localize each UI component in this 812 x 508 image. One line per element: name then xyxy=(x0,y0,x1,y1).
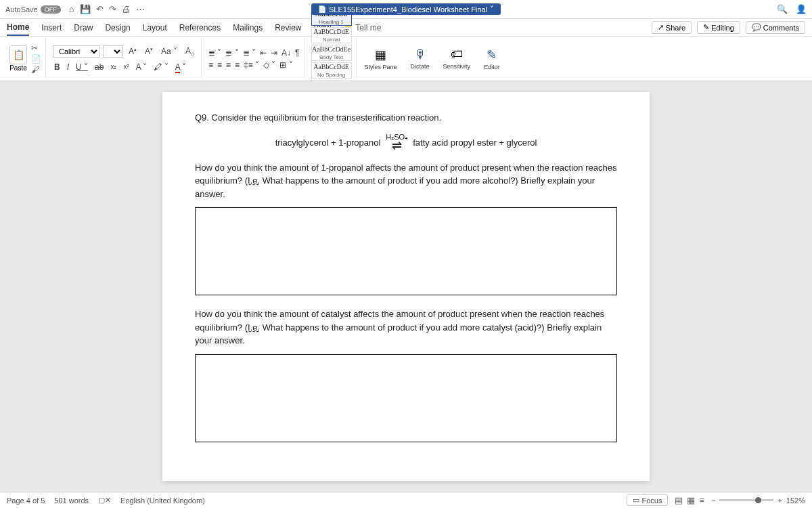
font-group: Calibri 11 A▴ A▾ Aa ˅ A◇ B I U ˅ ab x₂ x… xyxy=(49,39,202,78)
font-color-icon[interactable]: A ˅ xyxy=(174,62,188,72)
zoom-out-button[interactable]: − xyxy=(711,496,715,505)
font-size-select[interactable]: 11 xyxy=(103,45,123,58)
indent-right-icon[interactable]: ⇥ xyxy=(271,48,277,58)
dictate-button[interactable]: 🎙 Dictate xyxy=(405,39,435,78)
align-center-icon[interactable]: ≡ xyxy=(217,60,222,70)
document-title[interactable]: SLE155Experiment4_Biodiesel Worksheet Fi… xyxy=(311,3,501,15)
sort-icon[interactable]: A↓ xyxy=(281,48,291,58)
titlebar-right: 🔍 👤 xyxy=(777,4,807,14)
editor-button[interactable]: ✎ Editor xyxy=(478,39,505,78)
paragraph-group: ≣ ˅ ≣ ˅ ≣ ˅ ⇤ ⇥ A↓ ¶ ≡ ≡ ≡ ≡ ‡≡ ˅ ◇ ˅ ⊞ … xyxy=(204,39,304,78)
tab-mailings[interactable]: Mailings xyxy=(233,20,263,35)
tab-design[interactable]: Design xyxy=(105,20,130,35)
microphone-icon: 🎙 xyxy=(414,47,426,62)
chevron-down-icon: ˅ xyxy=(490,5,494,14)
share-button[interactable]: ↗ Share xyxy=(652,21,692,34)
spellcheck-icon[interactable]: ▢✕ xyxy=(98,496,111,505)
zoom-in-button[interactable]: + xyxy=(777,496,782,505)
superscript-button[interactable]: x² xyxy=(122,62,130,71)
editing-button[interactable]: ✎ Editing xyxy=(697,21,740,34)
zoom-control: − + 152% xyxy=(711,496,805,505)
autosave-label: AutoSave xyxy=(5,5,38,14)
answer-box-1[interactable] xyxy=(195,207,617,295)
underline-button[interactable]: U ˅ xyxy=(74,62,89,72)
autosave-toggle[interactable]: OFF xyxy=(41,5,61,14)
statusbar: Page 4 of 5 501 words ▢✕ English (United… xyxy=(0,492,812,508)
font-name-select[interactable]: Calibri xyxy=(53,45,100,58)
shading-icon[interactable]: ◇ ˅ xyxy=(263,60,275,70)
format-painter-icon[interactable]: 🖌 xyxy=(31,65,41,75)
indent-left-icon[interactable]: ⇤ xyxy=(260,48,267,58)
paste-icon[interactable]: 📋 xyxy=(9,45,27,64)
page-indicator[interactable]: Page 4 of 5 xyxy=(7,496,45,505)
styles-pane-icon: ▦ xyxy=(375,47,386,62)
search-icon[interactable]: 🔍 xyxy=(777,4,788,14)
styles-pane-button[interactable]: ▦ Styles Pane xyxy=(359,39,403,78)
zoom-slider[interactable] xyxy=(719,499,773,501)
tab-layout[interactable]: Layout xyxy=(143,20,167,35)
clipboard-group: 📋 Paste ✂ 📄 🖌 xyxy=(5,39,46,78)
language-indicator[interactable]: English (United Kingdom) xyxy=(120,496,205,505)
pilcrow-icon[interactable]: ¶ xyxy=(295,48,299,58)
answer-box-2[interactable] xyxy=(195,354,617,442)
tab-review[interactable]: Review xyxy=(275,20,301,35)
comments-button[interactable]: 💬 Comments xyxy=(746,21,805,34)
equilibrium-arrow-icon: H₂SO₄ ⇌ xyxy=(386,134,407,152)
ribbon-tabs: Home Insert Draw Design Layout Reference… xyxy=(0,19,812,37)
style-body-text[interactable]: AaBbCcDdEe Body Text xyxy=(311,45,352,61)
text-effects-icon[interactable]: A ˅ xyxy=(135,62,149,72)
bullets-icon[interactable]: ≣ ˅ xyxy=(208,48,221,58)
share-icon: ↗ xyxy=(658,23,664,32)
focus-button[interactable]: ▭ Focus xyxy=(627,494,668,506)
tabs-right: ↗ Share ✎ Editing 💬 Comments xyxy=(652,21,805,34)
save-icon[interactable]: 💾 xyxy=(80,4,91,14)
print-icon[interactable]: 🖨 xyxy=(122,4,131,14)
borders-icon[interactable]: ⊞ ˅ xyxy=(279,60,292,70)
zoom-level[interactable]: 152% xyxy=(786,496,805,505)
equation-right: fatty acid propyl ester + glycerol xyxy=(413,136,537,150)
redo-icon[interactable]: ↷ xyxy=(109,4,116,14)
grow-font-icon[interactable]: A▴ xyxy=(126,45,139,58)
multilevel-icon[interactable]: ≣ ˅ xyxy=(243,48,256,58)
highlight-icon[interactable]: 🖍 ˅ xyxy=(152,62,169,72)
home-icon[interactable]: ⌂ xyxy=(69,4,74,14)
tab-insert[interactable]: Insert xyxy=(41,20,62,35)
align-left-icon[interactable]: ≡ xyxy=(208,60,213,70)
italic-button[interactable]: I xyxy=(66,62,70,72)
word-count[interactable]: 501 words xyxy=(54,496,89,505)
style-normal[interactable]: AaBbCcDdE Normal xyxy=(311,27,352,43)
tab-references[interactable]: References xyxy=(179,20,221,35)
editor-icon: ✎ xyxy=(487,47,497,62)
shrink-font-icon[interactable]: A▾ xyxy=(142,45,156,58)
more-icon[interactable]: ⋯ xyxy=(136,4,145,14)
cut-icon[interactable]: ✂ xyxy=(31,43,41,53)
document-area[interactable]: Q9. Consider the equilibrium for the tra… xyxy=(0,81,812,492)
copy-icon[interactable]: 📄 xyxy=(31,54,41,64)
style-no-spacing[interactable]: AaBbCcDdE No Spacing xyxy=(311,62,352,79)
tab-home[interactable]: Home xyxy=(7,20,29,36)
autosave-control[interactable]: AutoSave OFF xyxy=(5,5,61,14)
change-case-icon[interactable]: Aa ˅ xyxy=(158,45,180,58)
clear-format-icon[interactable]: A◇ xyxy=(183,45,197,58)
user-icon[interactable]: 👤 xyxy=(796,4,807,14)
tab-draw[interactable]: Draw xyxy=(74,20,93,35)
bold-button[interactable]: B xyxy=(53,62,62,72)
sensitivity-icon: 🏷 xyxy=(451,47,463,62)
q9-heading: Q9. Consider the equilibrium for the tra… xyxy=(195,111,617,125)
ribbon: 📋 Paste ✂ 📄 🖌 Calibri 11 A▴ A▾ Aa ˅ A◇ B… xyxy=(0,37,812,81)
print-layout-icon[interactable]: ▦ xyxy=(687,495,695,505)
align-right-icon[interactable]: ≡ xyxy=(226,60,231,70)
titlebar: AutoSave OFF ⌂ 💾 ↶ ↷ 🖨 ⋯ SLE155Experimen… xyxy=(0,0,812,19)
line-spacing-icon[interactable]: ‡≡ ˅ xyxy=(244,60,259,70)
page[interactable]: Q9. Consider the equilibrium for the tra… xyxy=(162,92,650,481)
strikethrough-button[interactable]: ab xyxy=(93,62,105,72)
justify-icon[interactable]: ≡ xyxy=(235,60,240,70)
read-mode-icon[interactable]: ▤ xyxy=(675,495,683,505)
subscript-button[interactable]: x₂ xyxy=(109,62,118,71)
undo-icon[interactable]: ↶ xyxy=(96,4,104,14)
web-layout-icon[interactable]: ≡ xyxy=(699,495,704,505)
numbering-icon[interactable]: ≣ ˅ xyxy=(225,48,238,58)
sensitivity-button[interactable]: 🏷 Sensitivity xyxy=(438,39,476,78)
equation-left: triacylglycerol + 1-propanol xyxy=(275,136,381,150)
zoom-thumb[interactable] xyxy=(755,497,761,503)
